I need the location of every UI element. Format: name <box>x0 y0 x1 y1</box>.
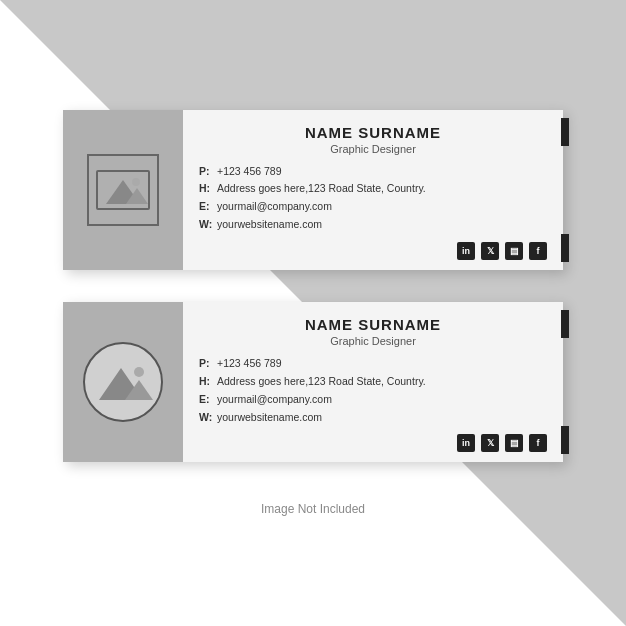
card-2-left <box>63 302 183 462</box>
card-2-web-label: W: <box>199 409 213 427</box>
card-1-right: NAME SURNAME Graphic Designer P: +123 45… <box>183 110 563 270</box>
card-1-details: P: +123 456 789 H: Address goes here,123… <box>199 163 547 234</box>
card-2-email: yourmail@company.com <box>217 391 332 409</box>
card-1-phone: +123 456 789 <box>217 163 282 181</box>
instagram-icon-2: ▤ <box>505 434 523 452</box>
card-2-name: NAME SURNAME <box>199 316 547 333</box>
card-1-email: yourmail@company.com <box>217 198 332 216</box>
card-1-phone-row: P: +123 456 789 <box>199 163 547 181</box>
facebook-icon-1: f <box>529 242 547 260</box>
card-2-web-row: W: yourwebsitename.com <box>199 409 547 427</box>
twitter-icon-1: 𝕏 <box>481 242 499 260</box>
card-2-title: Graphic Designer <box>199 335 547 347</box>
card-1-home-label: H: <box>199 180 213 198</box>
card-2-phone: +123 456 789 <box>217 355 282 373</box>
card-2-phone-label: P: <box>199 355 213 373</box>
card-2-home-row: H: Address goes here,123 Road State, Cou… <box>199 373 547 391</box>
linkedin-icon-1: in <box>457 242 475 260</box>
mountain-icon-2 <box>91 358 155 406</box>
card-1-name: NAME SURNAME <box>199 124 547 141</box>
image-placeholder-circle <box>83 342 163 422</box>
card-1-social-icons: in 𝕏 ▤ f <box>199 242 547 260</box>
card-1-title: Graphic Designer <box>199 143 547 155</box>
image-placeholder-square <box>87 154 159 226</box>
card-1-home-row: H: Address goes here,123 Road State, Cou… <box>199 180 547 198</box>
footer-text: Image Not Included <box>261 502 365 516</box>
content-wrapper: NAME SURNAME Graphic Designer P: +123 45… <box>0 0 626 626</box>
card-2-email-row: E: yourmail@company.com <box>199 391 547 409</box>
twitter-icon-2: 𝕏 <box>481 434 499 452</box>
svg-point-3 <box>132 178 140 186</box>
accent-bar-bottom-2 <box>561 426 569 454</box>
instagram-icon-1: ▤ <box>505 242 523 260</box>
card-1-phone-label: P: <box>199 163 213 181</box>
card-2-social-icons: in 𝕏 ▤ f <box>199 434 547 452</box>
card-1-web-row: W: yourwebsitename.com <box>199 216 547 234</box>
accent-bar-top-2 <box>561 310 569 338</box>
card-2: NAME SURNAME Graphic Designer P: +123 45… <box>63 302 563 462</box>
card-1-web: yourwebsitename.com <box>217 216 322 234</box>
card-1-left <box>63 110 183 270</box>
card-2-email-label: E: <box>199 391 213 409</box>
linkedin-icon-2: in <box>457 434 475 452</box>
facebook-icon-2: f <box>529 434 547 452</box>
card-2-details: P: +123 456 789 H: Address goes here,123… <box>199 355 547 426</box>
card-1-email-row: E: yourmail@company.com <box>199 198 547 216</box>
card-2-home-label: H: <box>199 373 213 391</box>
accent-bar-top-1 <box>561 118 569 146</box>
mountain-icon-1 <box>96 170 150 210</box>
card-2-web: yourwebsitename.com <box>217 409 322 427</box>
accent-bar-bottom-1 <box>561 234 569 262</box>
svg-point-6 <box>134 367 144 377</box>
card-1-email-label: E: <box>199 198 213 216</box>
card-1: NAME SURNAME Graphic Designer P: +123 45… <box>63 110 563 270</box>
card-2-home: Address goes here,123 Road State, Countr… <box>217 373 426 391</box>
card-2-right: NAME SURNAME Graphic Designer P: +123 45… <box>183 302 563 462</box>
card-1-home: Address goes here,123 Road State, Countr… <box>217 180 426 198</box>
card-1-web-label: W: <box>199 216 213 234</box>
card-2-phone-row: P: +123 456 789 <box>199 355 547 373</box>
